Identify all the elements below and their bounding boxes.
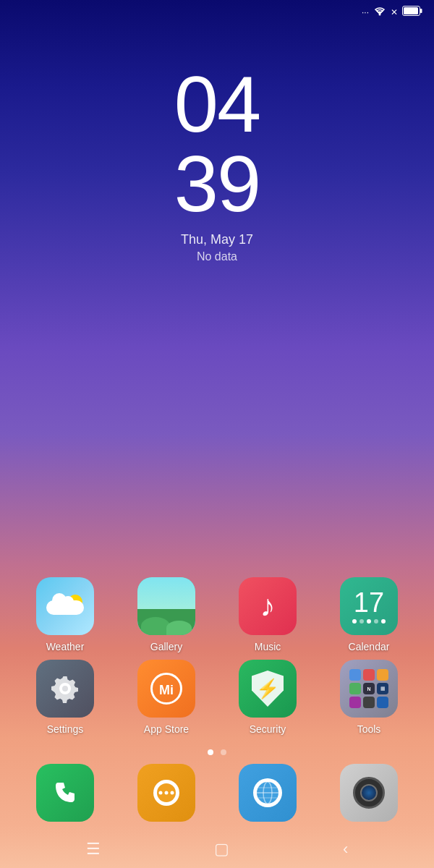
back-button[interactable]: ‹: [343, 840, 348, 859]
minutes: 39: [174, 144, 260, 224]
dock-camera[interactable]: [329, 764, 409, 822]
camera-icon: [340, 764, 398, 822]
phone-icon: [36, 764, 94, 822]
app-appstore[interactable]: Mi App Store: [127, 660, 206, 735]
phone-svg: [51, 778, 80, 807]
dock-phone[interactable]: [25, 764, 105, 822]
shield-bolt-icon: ⚡: [256, 678, 279, 700]
app-settings[interactable]: Settings: [25, 660, 105, 735]
hours: 04: [174, 64, 260, 144]
dot-1[interactable]: [208, 749, 213, 755]
app-row-2: Settings Mi App Store: [14, 660, 420, 735]
appstore-label: App Store: [144, 723, 189, 735]
cloud-graphic: [43, 592, 87, 621]
shield-graphic: ⚡: [252, 671, 284, 707]
cal-dot-4: [374, 619, 378, 624]
cal-dot-2: [359, 619, 364, 624]
dock-browser[interactable]: [228, 764, 307, 822]
svg-rect-3: [420, 9, 422, 13]
time-display: 04 39: [174, 64, 260, 224]
app-weather[interactable]: Weather: [25, 577, 105, 652]
svg-point-7: [165, 791, 169, 795]
gallery-hill2: [166, 621, 192, 635]
camera-lens: [360, 784, 378, 801]
tool-cell-9: [377, 697, 388, 708]
tools-label: Tools: [357, 723, 381, 735]
tools-icon: N ▦: [340, 660, 398, 718]
tool-cell-2: [363, 669, 375, 681]
gear-svg: [49, 673, 81, 705]
gallery-sky: [137, 577, 195, 609]
clock-area: 04 39 Thu, May 17 No data: [0, 21, 434, 577]
page-dots: [0, 749, 434, 755]
cal-dot-5: [381, 619, 386, 624]
calendar-icon: 17: [340, 577, 398, 635]
music-label: Music: [255, 641, 281, 652]
dot-2[interactable]: [221, 749, 226, 755]
appstore-icon: Mi: [137, 660, 195, 718]
browser-svg: [250, 775, 286, 811]
date-display: Thu, May 17: [181, 232, 253, 247]
app-grid: Weather Gallery ♪ Mu: [0, 577, 434, 749]
messages-icon: [137, 764, 195, 822]
svg-point-6: [159, 791, 163, 795]
tool-cell-5: N: [363, 683, 375, 694]
security-icon: ⚡: [239, 660, 297, 718]
calendar-date: 17: [354, 589, 384, 616]
security-label: Security: [250, 723, 286, 735]
tool-cell-8: [363, 697, 375, 708]
home-button[interactable]: ▢: [214, 840, 229, 859]
screen: ··· ✕ 04 39 Thu, May 17 No data: [0, 0, 434, 868]
calendar-label: Calendar: [349, 641, 390, 652]
svg-point-0: [379, 14, 381, 16]
tool-cell-4: [349, 683, 361, 694]
signal-icon: ···: [362, 7, 369, 17]
dock: [0, 764, 434, 830]
svg-point-8: [171, 791, 174, 795]
settings-label: Settings: [47, 723, 84, 735]
gallery-icon: [137, 577, 195, 635]
tools-grid: N ▦: [349, 669, 388, 708]
nav-bar: ☰ ▢ ‹: [0, 830, 434, 868]
app-music[interactable]: ♪ Music: [228, 577, 307, 652]
settings-icon: [36, 660, 94, 718]
svg-rect-2: [404, 7, 418, 14]
music-note-icon: ♪: [260, 589, 276, 624]
cal-dot-3: [367, 619, 371, 624]
tool-cell-1: [349, 669, 361, 681]
app-gallery[interactable]: Gallery: [127, 577, 206, 652]
gallery-graphic: [137, 577, 195, 635]
app-row-1: Weather Gallery ♪ Mu: [14, 577, 420, 652]
messages-svg: [149, 775, 184, 810]
close-icon: ✕: [391, 7, 398, 17]
weather-label: Weather: [46, 641, 85, 652]
status-bar: ··· ✕: [0, 0, 434, 21]
dock-messages[interactable]: [127, 764, 206, 822]
tool-cell-3: [377, 669, 388, 681]
tool-cell-6: ▦: [377, 683, 388, 694]
weather-info: No data: [197, 250, 237, 263]
calendar-dots: [352, 619, 386, 624]
gallery-label: Gallery: [150, 641, 182, 652]
app-security[interactable]: ⚡ Security: [228, 660, 307, 735]
cal-dot-1: [352, 619, 357, 624]
camera-body: [353, 777, 385, 809]
weather-icon: [36, 577, 94, 635]
cloud-body: [46, 600, 84, 615]
menu-button[interactable]: ☰: [86, 840, 101, 859]
browser-icon: [239, 764, 297, 822]
app-calendar[interactable]: 17 Calendar: [329, 577, 409, 652]
gallery-hill1: [141, 617, 170, 635]
app-tools[interactable]: N ▦ Tools: [329, 660, 409, 735]
wifi-icon: [373, 6, 386, 18]
mi-brand-text: Mi: [159, 683, 174, 698]
battery-icon: [402, 6, 422, 18]
music-icon: ♪: [239, 577, 297, 635]
tool-cell-7: [349, 697, 361, 708]
